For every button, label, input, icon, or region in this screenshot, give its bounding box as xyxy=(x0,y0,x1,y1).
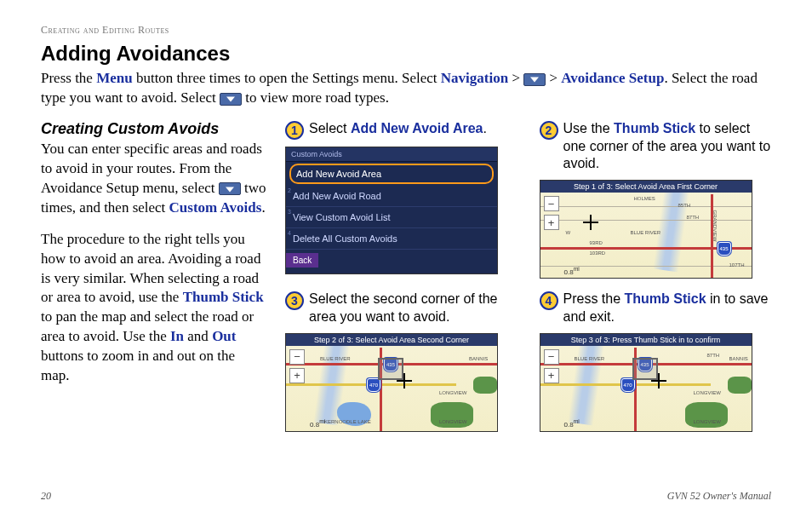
map-label: LONGVIEW xyxy=(694,419,721,424)
text: Delete All Custom Avoids xyxy=(293,233,397,244)
map-screenshot-step3: Step 3 of 3: Press Thumb Stick in to con… xyxy=(540,333,752,432)
map-label: BANNIS xyxy=(729,356,748,361)
zoom-in-button: + xyxy=(544,215,559,230)
page-number: 20 xyxy=(41,490,51,503)
step-4: 4 Press the Thumb Stick in to save and e… xyxy=(540,291,772,432)
map-label: 103RD xyxy=(590,250,606,256)
dropdown-icon xyxy=(220,93,242,106)
map-screenshot-step1: Step 1 of 3: Select Avoid Area First Cor… xyxy=(540,180,752,279)
map-label: 85TH xyxy=(678,203,691,208)
custom-avoids-ref: Custom Avoids xyxy=(169,199,262,216)
text: to view more road types. xyxy=(242,89,389,106)
shield-icon: 470 xyxy=(621,378,635,392)
menu-item: 3View Custom Avoid List xyxy=(286,207,497,228)
text: View Custom Avoid List xyxy=(293,212,391,222)
map-header: Step 3 of 3: Press Thumb Stick in to con… xyxy=(540,334,752,346)
menu-ref: Menu xyxy=(96,70,133,86)
map-label: 87TH xyxy=(707,353,720,358)
out-ref: Out xyxy=(212,328,236,344)
zoom-out-button: − xyxy=(544,349,559,365)
thumb-stick-ref: Thumb Stick xyxy=(614,121,695,135)
step-number-icon: 1 xyxy=(285,121,304,140)
text: Select xyxy=(309,121,351,135)
manual-title: GVN 52 Owner's Manual xyxy=(667,490,771,503)
step-number-icon: 3 xyxy=(285,291,304,310)
text: . xyxy=(261,199,265,216)
intro-paragraph: Press the Menu button three times to ope… xyxy=(41,69,771,108)
text: Add New Avoid Road xyxy=(293,191,381,201)
step-number-icon: 4 xyxy=(540,291,558,310)
menu-title: Custom Avoids xyxy=(286,147,497,162)
shield-icon: 435 xyxy=(718,242,731,256)
shield-icon: 470 xyxy=(367,378,380,392)
text: > xyxy=(546,70,561,86)
map-header: Step 2 of 3: Select Avoid Area Second Co… xyxy=(286,334,497,346)
menu-back: Back xyxy=(286,253,318,268)
map-label: BLUE RIVER xyxy=(631,230,661,235)
crosshair-icon xyxy=(583,215,598,230)
text: and xyxy=(184,328,212,344)
map-label: BLUE RIVER xyxy=(575,356,605,361)
step-1: 1 Select Add New Avoid Area. Custom Avoi… xyxy=(285,120,518,279)
zoom-in-button: + xyxy=(289,368,305,383)
map-label: 87TH xyxy=(687,215,700,220)
paragraph: You can enter specific areas and roads t… xyxy=(41,140,266,218)
paragraph: The procedure to the right tells you how… xyxy=(41,230,266,387)
dropdown-icon xyxy=(219,182,241,195)
step-3: 3 Select the second corner of the area y… xyxy=(285,291,518,432)
text: Select the second corner of the area you… xyxy=(309,291,497,324)
step-number-icon: 2 xyxy=(540,121,558,140)
thumb-stick-ref: Thumb Stick xyxy=(625,291,706,306)
text: Press the xyxy=(41,70,96,86)
thumb-stick-ref: Thumb Stick xyxy=(183,289,264,305)
page-title: Adding Avoidances xyxy=(41,42,771,66)
map-label: LONGVIEW xyxy=(439,419,466,424)
text: . xyxy=(483,121,487,135)
map-label: HOLMES xyxy=(634,196,655,201)
menu-item: 4Delete All Custom Avoids xyxy=(286,228,497,250)
subheading: Creating Custom Avoids xyxy=(41,120,266,138)
text: Use the xyxy=(563,121,615,135)
text: button three times to open the Settings … xyxy=(133,70,441,86)
map-screenshot-step2: Step 2 of 3: Select Avoid Area Second Co… xyxy=(285,333,498,432)
menu-screenshot: Custom Avoids Add New Avoid Area 2Add Ne… xyxy=(285,147,498,274)
text: Press the xyxy=(563,291,625,306)
in-ref: In xyxy=(170,328,184,344)
map-label: KERNOODLE LAKE xyxy=(324,419,371,424)
text: buttons to zoom in and out on the map. xyxy=(41,348,235,383)
map-scale: 0.8mi xyxy=(564,266,580,276)
avoidance-setup-ref: Avoidance Setup xyxy=(561,70,664,86)
map-label: W xyxy=(566,230,571,235)
map-label: BLUE RIVER xyxy=(320,356,351,361)
navigation-ref: Navigation xyxy=(441,70,508,86)
map-label: 107TH xyxy=(729,262,745,268)
add-new-avoid-area-ref: Add New Avoid Area xyxy=(351,121,483,135)
section-header: Creating and Editing Routes xyxy=(41,24,771,37)
dropdown-icon xyxy=(523,73,546,86)
map-label: GRANDVIEW xyxy=(712,210,717,242)
crosshair-icon xyxy=(397,373,412,388)
menu-item-highlighted: Add New Avoid Area xyxy=(289,164,494,184)
zoom-out-button: − xyxy=(289,349,305,365)
map-scale: 0.8mi xyxy=(564,418,580,429)
map-header: Step 1 of 3: Select Avoid Area First Cor… xyxy=(540,181,752,193)
map-label: LONGVIEW xyxy=(694,390,721,395)
text: > xyxy=(508,70,523,86)
map-label: 93RD xyxy=(590,240,603,245)
map-label: BANNIS xyxy=(469,356,488,361)
crosshair-icon xyxy=(651,373,666,388)
map-scale: 0.8mi xyxy=(310,418,325,429)
step-2: 2 Use the Thumb Stick to select one corn… xyxy=(540,120,772,279)
map-label: LONGVIEW xyxy=(439,390,466,395)
page-footer: 20 GVN 52 Owner's Manual xyxy=(41,490,771,503)
zoom-out-button: − xyxy=(544,196,559,211)
menu-item: 2Add New Avoid Road xyxy=(286,186,497,207)
zoom-in-button: + xyxy=(544,368,559,383)
